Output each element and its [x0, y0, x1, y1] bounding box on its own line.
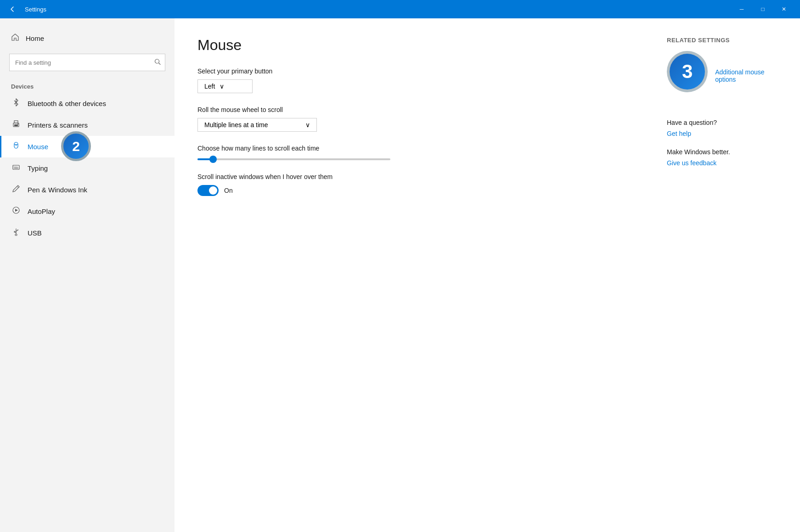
sidebar-item-label: USB	[28, 229, 42, 237]
sidebar-item-home[interactable]: Home	[0, 28, 175, 49]
main-content: Mouse Select your primary button Left ∨ …	[175, 18, 653, 532]
primary-button-label: Select your primary button	[197, 67, 630, 75]
svg-point-21	[17, 230, 18, 230]
sidebar-item-label: Printers & scanners	[28, 121, 88, 129]
svg-line-1	[159, 63, 161, 65]
primary-button-dropdown[interactable]: Left ∨	[197, 79, 253, 93]
sidebar-item-typing[interactable]: Typing	[0, 157, 175, 179]
slider-thumb[interactable]	[209, 156, 217, 163]
right-panel: Related settings 3 Additional mouse opti…	[653, 18, 800, 532]
titlebar-title: Settings	[25, 6, 46, 13]
window-controls: ─ □ ✕	[731, 0, 794, 18]
scroll-inactive-toggle-container: On	[197, 185, 630, 196]
scroll-lines-slider[interactable]	[197, 158, 390, 160]
scroll-inactive-toggle[interactable]	[197, 185, 219, 196]
additional-mouse-link[interactable]: Additional mouse options	[715, 68, 786, 83]
scroll-wheel-label: Roll the mouse wheel to scroll	[197, 106, 630, 113]
sidebar-item-printers[interactable]: Printers & scanners	[0, 114, 175, 136]
sidebar-item-bluetooth[interactable]: Bluetooth & other devices	[0, 93, 175, 114]
usb-icon	[11, 228, 21, 238]
sidebar-search-container	[9, 54, 165, 71]
svg-rect-3	[14, 124, 18, 126]
maximize-button[interactable]: □	[752, 0, 773, 18]
step-3-badge: 3	[667, 51, 708, 92]
sidebar-item-label: Typing	[28, 164, 48, 172]
sidebar-item-label: AutoPlay	[28, 207, 55, 215]
sidebar-item-usb[interactable]: USB	[0, 222, 175, 244]
toggle-state-label: On	[224, 187, 233, 194]
primary-button-value: Left	[204, 83, 215, 90]
titlebar: Settings ─ □ ✕	[0, 0, 800, 18]
scroll-lines-label: Choose how many lines to scroll each tim…	[197, 145, 630, 152]
primary-button-group: Select your primary button Left ∨	[197, 67, 630, 93]
mouse-icon	[11, 141, 21, 152]
have-question-header: Have a question?	[667, 119, 786, 126]
keyboard-icon	[11, 163, 21, 174]
scroll-lines-group: Choose how many lines to scroll each tim…	[197, 145, 630, 160]
page-title: Mouse	[197, 37, 630, 54]
additional-options-row: 3 Additional mouse options	[667, 51, 786, 101]
scroll-inactive-group: Scroll inactive windows when I hover ove…	[197, 173, 630, 196]
related-settings-header: Related settings	[667, 37, 786, 44]
toggle-thumb	[209, 186, 217, 195]
sidebar-item-pen[interactable]: Pen & Windows Ink	[0, 179, 175, 201]
bluetooth-icon	[11, 98, 21, 109]
search-input[interactable]	[9, 54, 165, 71]
sidebar-section-label: Devices	[0, 79, 175, 93]
home-label: Home	[26, 34, 44, 42]
svg-rect-20	[15, 234, 17, 235]
printer-icon	[11, 120, 21, 130]
give-feedback-link[interactable]: Give us feedback	[667, 159, 786, 167]
svg-line-14	[17, 186, 18, 188]
search-icon	[154, 59, 161, 67]
slider-track	[197, 158, 390, 160]
sidebar-item-label: Pen & Windows Ink	[28, 186, 87, 194]
chevron-down-icon: ∨	[220, 83, 224, 90]
get-help-link[interactable]: Get help	[667, 130, 786, 137]
sidebar-item-autoplay[interactable]: AutoPlay	[0, 201, 175, 222]
back-button[interactable]	[6, 2, 19, 16]
chevron-down-icon: ∨	[305, 121, 310, 129]
svg-marker-16	[15, 209, 18, 212]
scroll-inactive-label: Scroll inactive windows when I hover ove…	[197, 173, 630, 180]
make-better-header: Make Windows better.	[667, 148, 786, 156]
pen-icon	[11, 185, 21, 195]
svg-rect-4	[14, 121, 18, 123]
sidebar-item-label: Mouse	[28, 143, 48, 151]
scroll-wheel-dropdown[interactable]: Multiple lines at a time ∨	[197, 118, 317, 132]
sidebar: Home Devices Bluetooth & other devices	[0, 18, 175, 532]
scroll-wheel-value: Multiple lines at a time	[204, 121, 268, 129]
main-layout: Home Devices Bluetooth & other devices	[0, 18, 800, 532]
svg-rect-9	[13, 165, 19, 169]
svg-point-5	[17, 123, 18, 124]
minimize-button[interactable]: ─	[731, 0, 752, 18]
sidebar-item-label: Bluetooth & other devices	[28, 100, 106, 107]
scroll-wheel-group: Roll the mouse wheel to scroll Multiple …	[197, 106, 630, 132]
home-icon	[11, 33, 19, 44]
close-button[interactable]: ✕	[773, 0, 794, 18]
step-2-badge: 2	[61, 131, 91, 161]
sidebar-item-mouse[interactable]: Mouse 2	[0, 136, 175, 157]
autoplay-icon	[11, 206, 21, 217]
